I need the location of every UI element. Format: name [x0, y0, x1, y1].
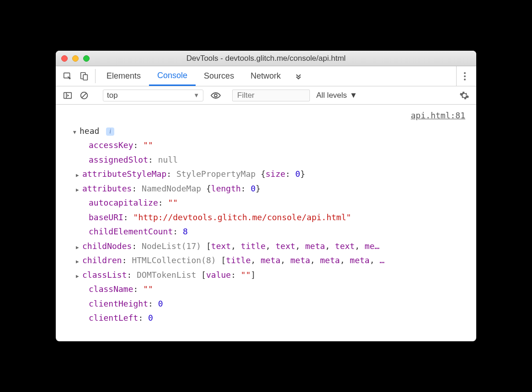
chevron-down-icon: ▼ [193, 92, 199, 99]
console-settings-icon[interactable] [456, 90, 473, 101]
console-output: api.html:81 head i accessKey: "" assigne… [56, 105, 476, 341]
disclosure-triangle-icon[interactable] [76, 268, 81, 282]
node-list: title, meta, meta, meta, meta, … [226, 255, 384, 265]
source-link[interactable]: api.html:81 [60, 107, 472, 124]
prop-row[interactable]: attributes: NamedNodeMap {length: 0} [60, 181, 472, 196]
prop-row[interactable]: classList: DOMTokenList [value: ""] [60, 268, 472, 282]
devtools-window: DevTools - devtools.glitch.me/console/ap… [56, 51, 476, 341]
tab-elements[interactable]: Elements [98, 66, 149, 86]
prop-row[interactable]: autocapitalize: "" [60, 196, 472, 210]
svg-point-5 [214, 94, 217, 97]
disclosure-triangle-icon[interactable] [76, 253, 81, 268]
prop-row[interactable]: childElementCount: 8 [60, 224, 472, 239]
main-menu-button[interactable] [456, 66, 473, 86]
svg-rect-3 [64, 92, 72, 98]
info-badge-icon[interactable]: i [106, 127, 114, 136]
disclosure-triangle-icon[interactable] [76, 239, 81, 254]
node-list: text, title, text, meta, text, me… [211, 241, 380, 251]
prop-row[interactable]: assignedSlot: null [60, 153, 472, 167]
separator [95, 69, 96, 83]
titlebar: DevTools - devtools.glitch.me/console/ap… [56, 51, 476, 66]
disclosure-triangle-icon[interactable] [76, 167, 81, 181]
prop-row[interactable]: clientHeight: 0 [60, 297, 472, 311]
inspect-element-icon[interactable] [59, 66, 76, 86]
svg-rect-2 [83, 74, 87, 80]
prop-row[interactable]: accessKey: "" [60, 138, 472, 153]
prop-row[interactable]: className: "" [60, 282, 472, 297]
prop-row[interactable]: attributeStyleMap: StylePropertyMap {siz… [60, 167, 472, 181]
context-label: top [107, 91, 118, 100]
prop-row[interactable]: childNodes: NodeList(17) [text, title, t… [60, 239, 472, 254]
tab-network[interactable]: Network [242, 66, 289, 86]
prop-row[interactable]: clientLeft: 0 [60, 311, 472, 325]
object-name: head [80, 126, 99, 136]
filter-input[interactable] [232, 90, 310, 101]
zoom-window-button[interactable] [83, 55, 90, 62]
disclosure-triangle-icon[interactable] [76, 181, 81, 196]
tab-sources[interactable]: Sources [196, 66, 242, 86]
minimize-window-button[interactable] [72, 55, 79, 62]
device-toggle-icon[interactable] [76, 66, 92, 86]
close-window-button[interactable] [61, 55, 68, 62]
clear-console-icon[interactable] [76, 90, 92, 101]
panel-tabs: Elements Console Sources Network [98, 66, 289, 86]
disclosure-triangle-icon[interactable] [73, 124, 79, 138]
window-controls [61, 55, 90, 62]
tab-console[interactable]: Console [149, 66, 196, 86]
levels-label: All levels [316, 91, 347, 100]
console-toolbar: top ▼ All levels ▼ [56, 86, 476, 105]
panel-tab-strip: Elements Console Sources Network [56, 66, 476, 86]
prop-row[interactable]: children: HTMLCollection(8) [title, meta… [60, 253, 472, 268]
window-title: DevTools - devtools.glitch.me/console/ap… [56, 54, 476, 63]
prop-row[interactable]: baseURI: "http://devtools.glitch.me/cons… [60, 210, 472, 225]
execution-context-selector[interactable]: top ▼ [103, 90, 203, 101]
chevron-down-icon: ▼ [350, 91, 357, 100]
toggle-sidebar-icon[interactable] [59, 90, 76, 101]
log-levels-selector[interactable]: All levels ▼ [316, 91, 357, 100]
tabs-overflow-button[interactable] [289, 66, 308, 86]
object-header[interactable]: head i [60, 124, 472, 138]
live-expression-icon[interactable] [208, 90, 223, 101]
